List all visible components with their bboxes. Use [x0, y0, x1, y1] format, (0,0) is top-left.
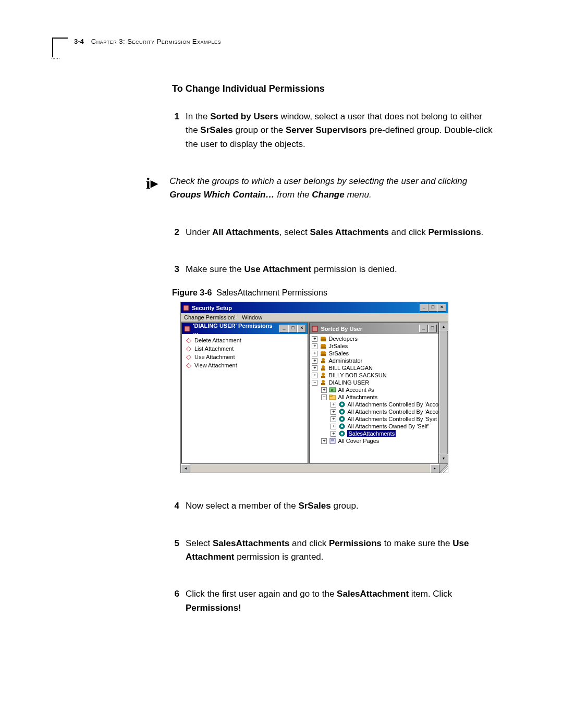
- tree-node[interactable]: +All Attachments Controlled By 'Syst: [310, 415, 438, 423]
- scroll-down-button[interactable]: ▾: [439, 454, 448, 463]
- tree-label: All Attachments Controlled By 'Syst: [347, 415, 436, 423]
- tree-label: Administrator: [328, 357, 362, 364]
- tree-expander[interactable]: +: [321, 438, 327, 444]
- svg-point-18: [322, 380, 325, 383]
- tree-node[interactable]: −All Attachments: [310, 393, 438, 401]
- tree-label: DIALING USER: [328, 379, 369, 386]
- window-icon: [183, 325, 191, 332]
- svg-rect-13: [321, 361, 325, 363]
- tree-node[interactable]: +Administrator: [310, 357, 438, 364]
- step-number: 2: [172, 226, 179, 239]
- tree-expander[interactable]: +: [331, 402, 336, 408]
- deny-icon: ◇: [185, 361, 192, 369]
- tree-expander[interactable]: +: [331, 431, 336, 437]
- scrollbar-vertical[interactable]: ▴ ▾: [439, 323, 447, 463]
- minimize-button[interactable]: _: [420, 304, 429, 312]
- tree-node[interactable]: +All Attachments Controlled By 'Acco: [310, 401, 438, 408]
- minimize-button[interactable]: _: [419, 325, 428, 332]
- close-button[interactable]: ×: [297, 325, 306, 332]
- deny-icon: ◇: [185, 344, 192, 353]
- screenshot-security-setup: Security Setup _ □ × Change Permission! …: [180, 302, 448, 473]
- maximize-button[interactable]: □: [429, 304, 437, 312]
- maximize-button[interactable]: □: [288, 325, 297, 332]
- svg-rect-1: [185, 326, 190, 331]
- permission-item[interactable]: ◇View Attachment: [185, 361, 304, 369]
- tree-node[interactable]: −DIALING USER: [310, 379, 438, 386]
- tree-expander[interactable]: +: [312, 343, 317, 349]
- menu-change-permission[interactable]: Change Permission!: [184, 314, 236, 320]
- scroll-left-button[interactable]: ◂: [181, 464, 190, 473]
- titlebar-outer[interactable]: Security Setup _ □ ×: [181, 302, 448, 313]
- permission-item[interactable]: ◇Use Attachment: [185, 353, 304, 361]
- tree-node[interactable]: +JrSales: [310, 342, 438, 350]
- tree-node[interactable]: +#All Account #s: [310, 386, 438, 393]
- folder-icon: [329, 394, 336, 400]
- tree-node[interactable]: +BILL GALLAGAN: [310, 364, 438, 372]
- tree-node[interactable]: +All Cover Pages: [310, 437, 438, 445]
- permissions-list[interactable]: ◇Delete Attachment◇List Attachment◇Use A…: [182, 334, 308, 463]
- permissions-window-title: 'DIALING USER' Permissions …: [193, 323, 279, 335]
- tree-expander[interactable]: +: [312, 365, 317, 371]
- sorted-by-user-window: Sorted By User _ □ +Developers+JrSales+S…: [309, 323, 439, 463]
- close-button[interactable]: ×: [437, 304, 446, 312]
- tree-expander[interactable]: +: [321, 387, 327, 393]
- titlebar-permissions[interactable]: 'DIALING USER' Permissions … _ □ ×: [182, 323, 308, 334]
- step-number: 6: [172, 587, 179, 615]
- tree-expander[interactable]: +: [331, 424, 336, 429]
- svg-rect-2: [312, 326, 317, 331]
- scroll-right-button[interactable]: ▸: [430, 464, 439, 473]
- scroll-thumb[interactable]: [439, 331, 447, 454]
- permission-item[interactable]: ◇List Attachment: [185, 344, 304, 353]
- chapter-title: Chapter 3: Security Permission Examples: [91, 38, 221, 45]
- tree-label: All Attachments: [338, 393, 377, 401]
- step-number: 1: [172, 110, 179, 151]
- step-text: Now select a member of the SrSales group…: [186, 499, 495, 513]
- user-icon: [320, 365, 327, 371]
- step-text: Under All Attachments, select Sales Atta…: [186, 226, 495, 239]
- svg-point-12: [322, 358, 325, 361]
- titlebar-sorted-by-user[interactable]: Sorted By User _ □: [310, 323, 438, 334]
- sorted-by-user-title: Sorted By User: [321, 326, 419, 332]
- tree-expander[interactable]: +: [312, 373, 317, 378]
- minimize-button[interactable]: _: [279, 325, 288, 332]
- header-corner-decoration: ······: [52, 38, 68, 57]
- tree-node[interactable]: +SrSales: [310, 350, 438, 357]
- menu-bar: Change Permission! Window: [181, 313, 448, 322]
- scrollbar-horizontal[interactable]: ◂ ▸: [181, 464, 448, 473]
- tree-expander[interactable]: −: [312, 380, 317, 386]
- permission-item[interactable]: ◇Delete Attachment: [185, 336, 304, 344]
- tree-expander[interactable]: +: [331, 416, 336, 422]
- user-tree[interactable]: +Developers+JrSales+SrSales+Administrato…: [310, 334, 438, 463]
- page-header: ······ 3-4 Chapter 3: Security Permissio…: [52, 36, 511, 57]
- tree-node[interactable]: +All Attachments Owned By 'Self': [310, 423, 438, 430]
- step-3: 3 Make sure the Use Attachment permissio…: [172, 263, 495, 276]
- figure-caption: Figure 3-6 SalesAttachment Permissions: [172, 288, 495, 298]
- tree-expander[interactable]: +: [312, 358, 317, 364]
- svg-rect-8: [321, 347, 326, 349]
- tree-expander[interactable]: −: [321, 394, 327, 400]
- maximize-button[interactable]: □: [428, 325, 437, 332]
- svg-point-31: [341, 425, 343, 427]
- user-icon: [320, 372, 327, 378]
- tree-node[interactable]: +SalesAttachments: [310, 430, 438, 437]
- tree-expander[interactable]: +: [312, 336, 317, 342]
- tree-expander[interactable]: +: [331, 409, 336, 415]
- tree-expander[interactable]: +: [312, 351, 317, 356]
- step-number: 5: [172, 537, 179, 564]
- svg-point-16: [322, 373, 325, 376]
- tree-label: SalesAttachments: [347, 430, 396, 437]
- info-icon: i▶: [146, 175, 158, 192]
- resize-grip[interactable]: [439, 464, 448, 473]
- menu-window[interactable]: Window: [242, 314, 262, 320]
- permissions-window: 'DIALING USER' Permissions … _ □ × ◇Dele…: [181, 323, 308, 463]
- cover-icon: [329, 438, 336, 444]
- tree-node[interactable]: +Developers: [310, 335, 438, 342]
- tree-node[interactable]: +BILLY-BOB SACKSUN: [310, 372, 438, 379]
- step-number: 4: [172, 499, 179, 513]
- step-2: 2 Under All Attachments, select Sales At…: [172, 226, 495, 239]
- tree-node[interactable]: +All Attachments Controlled By 'Acco: [310, 408, 438, 415]
- step-4: 4 Now select a member of the SrSales gro…: [172, 499, 495, 513]
- scroll-up-button[interactable]: ▴: [439, 323, 448, 331]
- section-heading: To Change Individual Permissions: [172, 83, 495, 94]
- svg-rect-17: [321, 376, 325, 378]
